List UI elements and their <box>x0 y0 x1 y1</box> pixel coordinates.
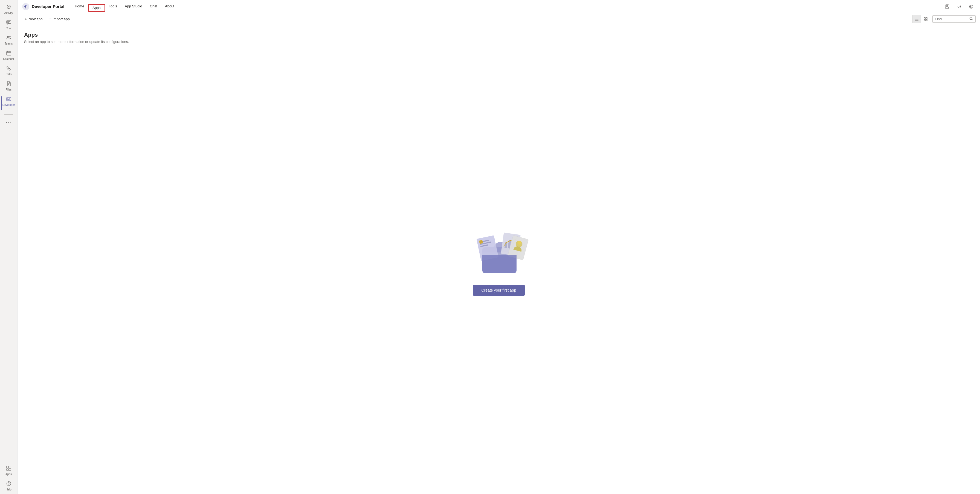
help-icon <box>6 481 11 487</box>
app-title: Developer Portal <box>32 4 64 9</box>
refresh-icon-btn[interactable] <box>955 2 964 11</box>
svg-rect-34 <box>926 19 927 21</box>
globe-icon <box>969 5 974 9</box>
sidebar-item-label: Teams <box>5 42 13 45</box>
svg-rect-6 <box>6 51 11 55</box>
globe-icon-btn[interactable] <box>967 2 975 11</box>
sidebar-item-label: Chat <box>6 27 11 30</box>
nav-app-studio[interactable]: App Studio <box>121 0 146 13</box>
svg-rect-17 <box>9 469 11 470</box>
sidebar-item-label: Activity <box>5 11 13 15</box>
new-app-button[interactable]: + New app <box>22 15 45 23</box>
account-icon-btn[interactable] <box>943 2 951 11</box>
empty-state: Create your first app <box>24 52 974 488</box>
calendar-icon <box>6 50 11 57</box>
more-dots-icon: ... <box>6 118 11 124</box>
upload-icon: ↑ <box>49 17 51 21</box>
svg-point-19 <box>8 484 9 485</box>
svg-point-21 <box>25 5 27 6</box>
sidebar-item-apps[interactable]: Apps <box>1 463 16 478</box>
svg-point-4 <box>7 37 8 38</box>
sidebar: Activity Chat Teams <box>0 0 18 494</box>
plus-icon: + <box>25 17 27 21</box>
list-view-button[interactable] <box>912 15 921 23</box>
svg-rect-1 <box>6 21 11 24</box>
sidebar-more-button[interactable]: ... <box>1 116 16 126</box>
sidebar-item-label: Files <box>6 88 11 91</box>
calls-icon <box>6 66 11 72</box>
refresh-icon <box>957 5 961 9</box>
svg-rect-41 <box>479 240 483 244</box>
page-subtitle: Select an app to see more information or… <box>24 40 974 44</box>
sidebar-item-label: Calendar <box>3 57 14 61</box>
teams-icon <box>6 35 11 41</box>
svg-point-5 <box>9 36 10 37</box>
nav-home[interactable]: Home <box>71 0 88 13</box>
files-icon <box>6 81 11 87</box>
list-icon <box>915 17 919 21</box>
sidebar-item-chat[interactable]: Chat <box>1 17 16 32</box>
developer-icon <box>6 96 11 103</box>
svg-point-25 <box>971 5 972 8</box>
apps-icon <box>6 465 11 472</box>
search-icon[interactable] <box>969 17 973 21</box>
svg-point-23 <box>947 5 948 6</box>
content-area: Apps Select an app to see more informati… <box>18 25 980 494</box>
sidebar-item-developer[interactable]: Developer ... <box>1 94 16 112</box>
empty-illustration <box>469 228 529 277</box>
activity-icon <box>6 5 11 11</box>
sidebar-item-activity[interactable]: Activity <box>1 2 16 17</box>
sidebar-item-teams[interactable]: Teams <box>1 33 16 48</box>
svg-rect-14 <box>6 466 8 468</box>
svg-rect-16 <box>6 469 8 470</box>
app-logo: Developer Portal <box>22 3 64 10</box>
svg-line-36 <box>972 19 973 21</box>
svg-line-13 <box>8 98 9 100</box>
nav-chat[interactable]: Chat <box>146 0 161 13</box>
nav-items: Home Apps Tools App Studio Chat About <box>71 0 178 13</box>
nav-about[interactable]: About <box>161 0 178 13</box>
svg-rect-0 <box>8 8 9 9</box>
nav-right-actions <box>943 2 975 11</box>
import-app-button[interactable]: ↑ Import app <box>46 15 73 23</box>
sidebar-item-label: Calls <box>5 73 11 76</box>
sidebar-item-label: Apps <box>5 473 12 476</box>
main-content: Developer Portal Home Apps Tools App Stu… <box>18 0 980 494</box>
svg-rect-32 <box>926 17 927 19</box>
logo-icon <box>22 3 30 10</box>
svg-rect-33 <box>924 19 925 21</box>
nav-tools[interactable]: Tools <box>105 0 121 13</box>
sidebar-item-label: Developer ... <box>2 103 15 110</box>
toolbar: + New app ↑ Import app <box>18 13 980 25</box>
nav-apps[interactable]: Apps <box>88 4 105 12</box>
search-box <box>932 15 975 23</box>
chat-icon <box>6 20 11 26</box>
svg-point-24 <box>970 5 973 8</box>
create-first-app-button[interactable]: Create your first app <box>473 285 525 296</box>
svg-rect-15 <box>9 466 11 468</box>
top-nav: Developer Portal Home Apps Tools App Stu… <box>18 0 980 13</box>
sidebar-item-calls[interactable]: Calls <box>1 64 16 78</box>
toolbar-right <box>912 15 975 23</box>
svg-rect-31 <box>924 17 925 19</box>
page-title: Apps <box>24 32 974 38</box>
account-icon <box>945 5 949 9</box>
view-toggle <box>912 15 930 23</box>
sidebar-item-label: Help <box>6 488 11 491</box>
grid-icon <box>924 17 928 21</box>
sidebar-item-help[interactable]: Help <box>1 479 16 494</box>
sidebar-item-files[interactable]: Files <box>1 79 16 94</box>
search-input[interactable] <box>935 17 968 21</box>
grid-view-button[interactable] <box>921 15 930 23</box>
sidebar-item-calendar[interactable]: Calendar <box>1 48 16 63</box>
